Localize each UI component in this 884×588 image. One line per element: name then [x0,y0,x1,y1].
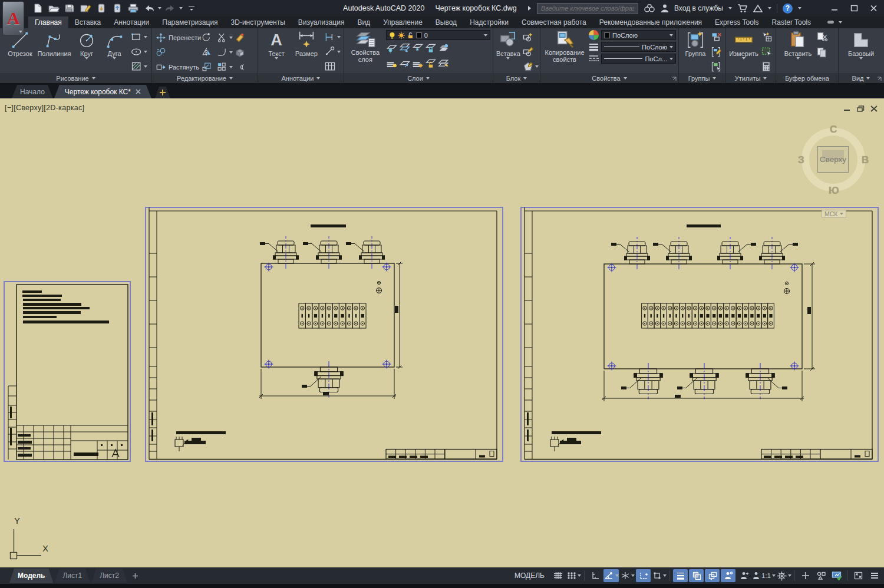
viewport-ucs-badge[interactable]: МСК [822,210,846,218]
dimension-button[interactable]: Размер [292,30,321,57]
new-drawing-tab-button[interactable] [155,87,170,98]
signin-button[interactable]: Вход в службы [674,4,723,12]
graphics-performance-icon[interactable] [830,569,845,582]
ribbon-tab-home[interactable]: Главная [28,16,68,28]
mirror-button[interactable] [202,47,217,57]
layer-select-dropdown[interactable]: 0 [386,30,490,40]
undo-dropdown[interactable] [158,7,161,9]
ribbon-tab-annotate[interactable]: Аннотации [107,16,156,28]
scale-button[interactable] [202,62,217,72]
viewcube-east[interactable]: В [862,154,869,166]
circle-button[interactable]: Круг [73,30,100,60]
ribbon-tab-insert[interactable]: Вставка [68,16,108,28]
paste-button[interactable]: Вставить [783,30,813,60]
layout-tab-model[interactable]: Модель [9,569,53,583]
transparency-toggle-icon[interactable] [689,569,704,582]
match-properties-button[interactable]: Копирование свойств [543,30,586,63]
workspace-switching-icon[interactable] [777,569,791,582]
annotation-visibility-toggle-icon[interactable] [721,569,735,582]
file-tab-close-icon[interactable] [136,89,141,94]
insert-block-button[interactable]: Вставка [496,30,520,60]
panel-label-clipboard[interactable]: Буфер обмена [776,73,838,83]
rectangle-tool-button[interactable] [131,30,147,44]
ribbon-tab-raster[interactable]: Raster Tools [766,16,817,28]
save-as-button[interactable] [78,2,93,15]
ribbon-collapse-button[interactable] [823,16,846,28]
isodraft-toggle-icon[interactable] [620,569,635,582]
layout-tab-sheet2[interactable]: Лист2 [91,569,127,583]
help-caret-icon[interactable] [798,7,801,9]
group-button[interactable]: Группа [682,30,709,57]
layer-match-icon[interactable] [438,57,450,71]
ribbon-tab-3dtools[interactable]: 3D-инструменты [225,16,292,28]
base-view-dropdown[interactable] [859,57,863,60]
quick-select-button[interactable] [761,30,773,44]
viewcube-face-top[interactable]: Сверху [817,146,849,173]
close-button[interactable] [866,2,880,14]
viewcube-south[interactable]: Ю [829,185,839,197]
measure-dropdown[interactable] [742,57,746,60]
doc-close-button[interactable] [870,105,878,112]
qat-customize-button[interactable] [184,2,199,15]
selection-cycling-toggle-icon[interactable] [705,569,720,582]
table-button[interactable] [324,60,341,74]
viewport-controls-label[interactable]: [−][Сверху][2D-каркас] [5,104,84,112]
trim-button[interactable] [217,32,235,42]
doc-restore-button[interactable] [856,105,865,112]
open-web-mobile-button[interactable] [94,2,108,15]
arc-button[interactable]: Дуга [101,30,128,60]
panel-label-layers[interactable]: Слои [344,73,493,83]
minimize-button[interactable] [827,2,842,14]
polar-tracking-toggle-icon[interactable] [603,569,619,582]
file-tab-drawing[interactable]: Чертеж коробок КС* [54,85,151,98]
clean-screen-icon[interactable] [851,569,866,582]
viewcube[interactable]: С В Ю З Сверху [800,127,869,195]
plot-button[interactable] [126,2,140,15]
object-snap-toggle-icon[interactable] [652,569,667,582]
panel-label-utilities[interactable]: Утилиты [726,73,776,83]
search-binoculars-icon[interactable] [644,4,655,13]
ribbon-tab-manage[interactable]: Управление [377,16,429,28]
text-dropdown[interactable] [275,57,278,60]
ribbon-tab-visualize[interactable]: Визуализация [292,16,351,28]
autodesk-account-icon[interactable] [753,4,763,13]
layer-isolate-icon[interactable] [399,41,411,55]
save-button[interactable] [62,2,77,15]
ellipse-tool-button[interactable] [131,45,147,59]
paste-dropdown[interactable] [796,57,800,60]
snap-toggle-icon[interactable] [566,569,581,582]
quick-calc-button[interactable] [761,60,773,74]
viewcube-north[interactable]: С [830,124,837,136]
quick-properties-icon[interactable] [798,569,813,582]
ribbon-tab-featured-apps[interactable]: Рекомендованные приложения [593,16,708,28]
group-edit-button[interactable] [711,45,723,59]
object-color-dropdown[interactable]: ПоСлою [601,30,676,40]
doc-minimize-button[interactable] [843,105,851,112]
redo-dropdown[interactable] [179,7,183,9]
layer-properties-button[interactable]: Свойства слоя [348,30,383,63]
isolate-objects-icon[interactable] [814,569,829,582]
redo-button[interactable] [163,2,177,15]
manage-attributes-button[interactable] [522,60,539,74]
copy-button[interactable] [156,47,202,58]
linetype-dropdown[interactable]: ПоСл... [601,54,676,64]
ortho-toggle-icon[interactable] [588,569,602,582]
layer-lock-icon[interactable] [425,41,437,55]
measure-button[interactable]: Измерить [729,30,758,60]
ribbon-tab-addins[interactable]: Надстройки [463,16,515,28]
ungroup-button[interactable] [711,30,723,44]
select-similar-button[interactable] [761,45,773,59]
grid-toggle-icon[interactable] [550,569,565,582]
arc-dropdown[interactable] [113,57,116,60]
lineweight-display-toggle-icon[interactable] [673,569,688,582]
array-button[interactable] [217,62,235,72]
new-layout-button[interactable] [128,570,143,581]
model-space-canvas[interactable]: [−][Сверху][2D-каркас] С В Ю З Сверху МС… [0,98,884,567]
edit-attributes-button[interactable] [522,45,539,59]
panel-label-properties[interactable]: Свойства [540,73,678,83]
cut-button[interactable] [816,30,828,44]
help-icon[interactable]: ? [783,4,793,14]
ribbon-tab-parametric[interactable]: Параметризация [156,16,224,28]
ribbon-tab-express[interactable]: Express Tools [708,16,765,28]
ribbon-tab-collaborate[interactable]: Совместная работа [515,16,593,28]
